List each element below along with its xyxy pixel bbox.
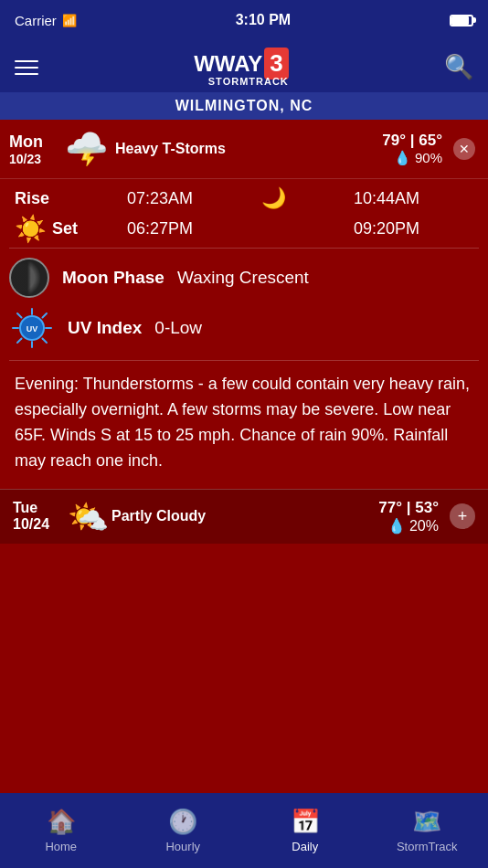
rise-label: Rise <box>15 189 69 208</box>
uv-value: 0-Low <box>154 318 202 338</box>
carrier-text: Carrier <box>15 13 57 28</box>
svg-text:UV: UV <box>27 324 38 333</box>
moon-phase-label: Moon Phase <box>62 268 164 288</box>
carrier-info: Carrier 📶 <box>15 13 77 28</box>
wifi-icon: 📶 <box>62 14 77 27</box>
temp-separator: | <box>410 132 419 149</box>
home-label: Home <box>45 840 77 853</box>
battery-icon <box>450 15 473 26</box>
next-day-card[interactable]: Tue 10/24 🌤️ ☁️ Partly Cloudy 77° | 53° … <box>0 489 488 544</box>
svg-line-8 <box>17 339 22 344</box>
status-bar: Carrier 📶 3:10 PM <box>0 0 488 40</box>
time-display: 3:10 PM <box>236 12 291 28</box>
svg-line-5 <box>17 313 22 318</box>
next-weather-icon: 🌤️ ☁️ <box>68 499 104 534</box>
uv-row: UV UV Index 0-Low <box>0 303 488 360</box>
current-weather-icon: 🌩️ <box>64 129 108 169</box>
expand-button[interactable]: + <box>450 503 475 529</box>
logo-subtitle: STORMTRACK <box>208 76 289 87</box>
next-temps: 77° | 53° <box>378 499 439 517</box>
nav-hourly[interactable]: 🕐 Hourly <box>122 793 245 868</box>
clock-icon: 🕐 <box>168 808 197 836</box>
next-rain: 💧 20% <box>378 517 439 535</box>
sun-moon-section: Rise 07:23AM 🌙 10:44AM ☀️ Set 06:27PM 09… <box>0 179 488 248</box>
search-button[interactable]: 🔍 <box>444 53 473 81</box>
moon-phase-row: Moon Phase Waxing Crescent <box>0 249 488 303</box>
nav-home[interactable]: 🏠 Home <box>0 793 122 868</box>
high-temp: 79° <box>382 132 406 149</box>
rain-percent: 90% <box>415 150 442 165</box>
svg-line-6 <box>43 339 48 344</box>
bottom-navigation: 🏠 Home 🕐 Hourly 📅 Daily 🗺️ StormTrack <box>0 793 488 868</box>
rain-chance: 💧 90% <box>382 150 442 166</box>
sun-icon: ☀️ <box>15 214 47 244</box>
hourly-label: Hourly <box>165 840 200 853</box>
low-temp: 65° <box>419 132 442 149</box>
map-icon: 🗺️ <box>412 808 441 836</box>
sunrise-time: 07:23AM <box>73 189 247 208</box>
moon-phase-value: Waxing Crescent <box>177 268 309 288</box>
home-icon: 🏠 <box>47 808 76 836</box>
next-rain-percent: 20% <box>409 518 439 534</box>
next-date-value: 10/24 <box>13 516 60 533</box>
menu-button[interactable] <box>15 60 38 75</box>
stormtrack-label: StormTrack <box>397 840 458 853</box>
current-description: Heavy T-Storms <box>115 141 375 157</box>
daily-label: Daily <box>292 840 318 853</box>
next-high: 77° <box>378 499 402 516</box>
current-day: Mon <box>9 132 57 152</box>
current-stats: 79° | 65° 💧 90% <box>382 132 442 166</box>
uv-sun-icon: UV <box>9 305 55 351</box>
moonrise-time: 10:44AM <box>300 189 473 208</box>
logo-wway-text: WWAY <box>194 51 262 77</box>
uv-label: UV Index <box>68 318 142 338</box>
calendar-icon: 📅 <box>291 808 320 836</box>
close-button[interactable]: ✕ <box>453 138 475 160</box>
logo-number: 3 <box>264 48 288 79</box>
current-date: Mon 10/23 <box>9 132 57 166</box>
sunset-time: 06:27PM <box>73 219 247 238</box>
battery-indicator <box>450 15 473 26</box>
next-rain-icon: 💧 <box>387 518 406 534</box>
nav-daily[interactable]: 📅 Daily <box>244 793 366 868</box>
next-description: Partly Cloudy <box>111 508 371 524</box>
app-logo: WWAY 3 STORMTRACK <box>194 48 289 87</box>
svg-line-7 <box>43 313 48 318</box>
moon-phase-icon <box>9 258 49 298</box>
current-weather-card: Mon 10/23 🌩️ Heavy T-Storms 79° | 65° 💧 … <box>0 120 488 179</box>
uv-icon-container: UV <box>9 305 55 351</box>
description-text: Evening: Thunderstorms - a few could con… <box>15 372 473 474</box>
next-stats: 77° | 53° 💧 20% <box>378 499 439 535</box>
next-date: Tue 10/24 <box>13 500 60 533</box>
next-low: 53° <box>415 499 439 516</box>
current-date-value: 10/23 <box>9 152 57 166</box>
moon-rise-icon: 🌙 <box>250 186 296 210</box>
next-day: Tue <box>13 500 60 516</box>
current-temps: 79° | 65° <box>382 132 442 150</box>
location-bar: WILMINGTON, NC <box>0 92 488 120</box>
location-text: WILMINGTON, NC <box>175 98 313 113</box>
cloud-overlay-icon: ☁️ <box>90 516 108 534</box>
rain-drop-icon: 💧 <box>394 150 411 165</box>
moonset-time: 09:20PM <box>300 219 473 238</box>
cloud-icon: 🌩️ <box>65 130 108 168</box>
weather-description: Evening: Thunderstorms - a few could con… <box>0 361 488 489</box>
nav-stormtrack[interactable]: 🗺️ StormTrack <box>366 793 489 868</box>
app-header: WWAY 3 STORMTRACK 🔍 <box>0 40 488 92</box>
